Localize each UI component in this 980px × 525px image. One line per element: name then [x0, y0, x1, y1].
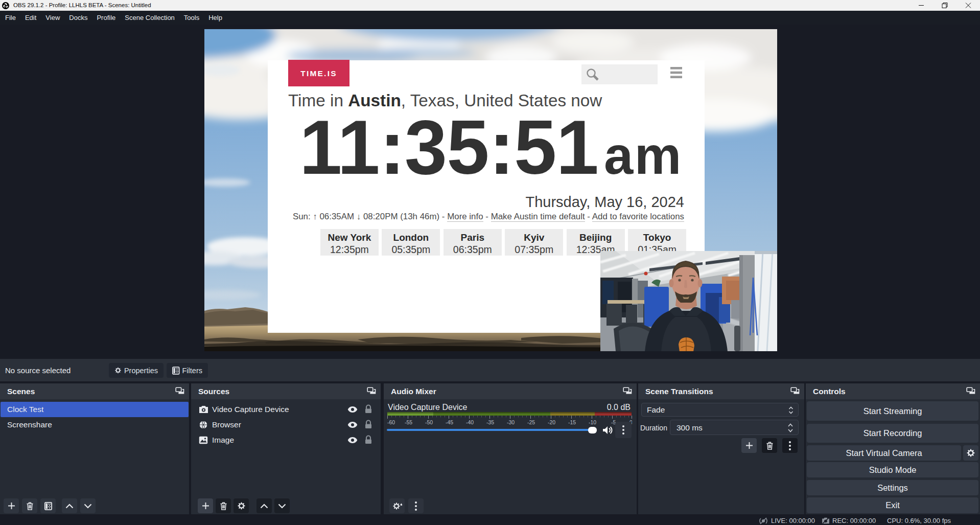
svg-text:-35: -35: [486, 419, 494, 425]
svg-text:-45: -45: [446, 419, 453, 425]
svg-text:-10: -10: [589, 419, 596, 425]
svg-text:-25: -25: [527, 419, 535, 425]
svg-text:-15: -15: [568, 419, 576, 425]
svg-text:-55: -55: [405, 419, 412, 425]
svg-text:-50: -50: [425, 419, 433, 425]
svg-text:-60: -60: [387, 419, 395, 425]
svg-text:-40: -40: [466, 419, 474, 425]
svg-text:-30: -30: [507, 419, 515, 425]
svg-text:-20: -20: [548, 419, 555, 425]
